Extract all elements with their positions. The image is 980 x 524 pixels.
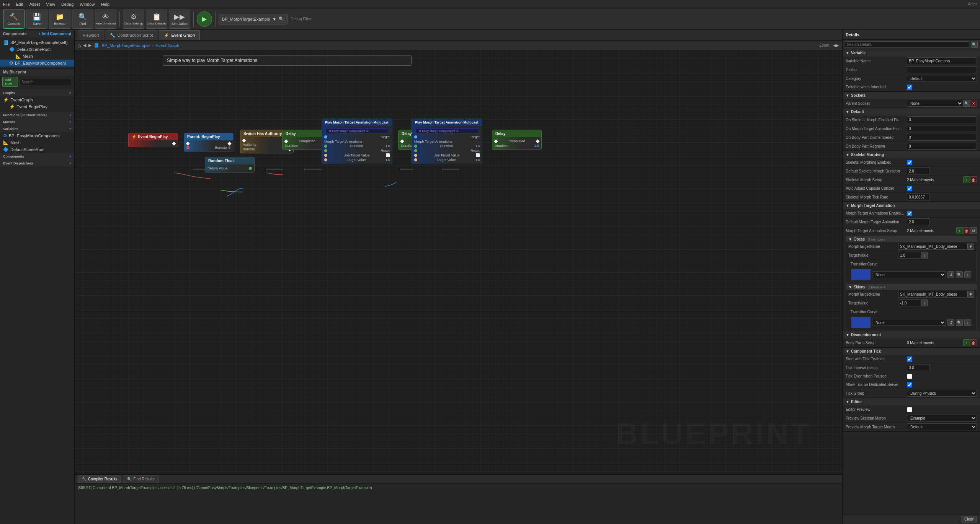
skinny-val-icon[interactable]: ↕ (921, 299, 928, 306)
menu-window[interactable]: Window (80, 2, 95, 7)
input-morph-anim-default[interactable] (907, 218, 930, 225)
tab-compiler-results[interactable]: 🔨 Compiler Results (78, 475, 121, 483)
input-variable-name[interactable] (907, 57, 977, 64)
dismemberment-header[interactable]: ▼ Dismemberment (843, 331, 980, 338)
tree-item-mesh[interactable]: 📐 Mesh (0, 53, 74, 60)
functions-add-btn[interactable]: + (69, 113, 71, 117)
obese-val-icon[interactable]: ↕ (921, 252, 928, 259)
node-random-float[interactable]: Random Float Return Value (205, 157, 255, 172)
zoom-controls[interactable]: ◀▶ (833, 43, 839, 47)
tree-item-morph-component[interactable]: ⚙ BP_EasyMorphComponent (0, 60, 74, 67)
var-mesh[interactable]: 📐 Mesh (0, 139, 74, 146)
body-parts-add[interactable]: + (963, 339, 970, 346)
variables-add-btn[interactable]: + (69, 127, 71, 131)
skinny-curve-search-btn[interactable]: 🔍 (956, 319, 963, 326)
obese-sub-header[interactable]: ▼ Obese 3 members (846, 236, 977, 242)
select-preview-morph[interactable]: Default (907, 423, 977, 430)
components-add-btn[interactable]: + Add Component (38, 32, 71, 36)
browse-button[interactable]: 📁 Browse (49, 10, 70, 29)
var-morph-component[interactable]: ⚙ BP_EasyMorphComponent (0, 132, 74, 139)
tree-item-scene-root[interactable]: 🔷 DefaultSceneRoot (0, 46, 74, 53)
node-parent-begin-play[interactable]: Parent: BeginPlay Remote ① (184, 133, 234, 152)
body-parts-del[interactable]: 🗑 (970, 339, 977, 346)
details-search-input[interactable] (845, 41, 969, 48)
skinny-sub-header[interactable]: ▼ Skinny 3 members (846, 284, 977, 290)
tree-item-self[interactable]: 📘 BP_MorphTargetExample(self) (0, 39, 74, 46)
var-scene-root[interactable]: 🔷 DefaultSceneRoot (0, 146, 74, 153)
save-button[interactable]: 💾 Save (26, 10, 47, 29)
select-parent-socket[interactable]: None (907, 100, 963, 107)
skeletal-morphing-header[interactable]: ▼ Skeletal Morphing (843, 151, 980, 158)
macros-add-btn[interactable]: + (69, 120, 71, 124)
event-dispatchers-header[interactable]: Event Dispatchers + (0, 160, 74, 167)
input-skinny-target-val[interactable] (898, 299, 921, 306)
skeletal-setup-add[interactable]: + (963, 176, 970, 183)
menu-help[interactable]: Help (101, 2, 109, 7)
play-button[interactable]: ▶ (197, 11, 212, 27)
breadcrumb-blueprint[interactable]: BP_MorphTargetExample (101, 43, 149, 48)
select-tick-group[interactable]: During Physics (907, 390, 977, 397)
debug-dropdown[interactable]: BP_MorphTargetExample ▼ 🔍 (219, 14, 287, 24)
hide-unrelated-button[interactable]: 👁 Hide Unrelated (95, 10, 116, 29)
tab-find-results[interactable]: 🔍 Find Results (123, 475, 159, 483)
tab-event-graph[interactable]: ⚡ Event Graph (159, 30, 200, 40)
input-tick-interval[interactable] (907, 364, 930, 371)
graphs-add-btn[interactable]: + (69, 91, 71, 95)
checkbox-skeletal-enabled[interactable] (907, 160, 912, 165)
select-skinny-curve[interactable]: None (872, 319, 946, 326)
my-blueprint-header[interactable]: My Blueprint (0, 68, 74, 76)
blueprint-canvas[interactable]: Simple way to play Morph Target Animatio… (75, 50, 842, 474)
graph-begin-play[interactable]: ⚡ Event BeginPlay (0, 103, 74, 110)
node-play-anim-1[interactable]: Play Morph Target Animation Multicast ⚙ … (322, 119, 392, 164)
tab-viewport[interactable]: Viewport (78, 30, 104, 40)
checkbox-editable[interactable] (907, 85, 912, 90)
components-section-header[interactable]: Components + (0, 153, 74, 160)
simulation-button[interactable]: ▶▶ Simulation (169, 10, 190, 29)
components-header[interactable]: Components + Add Component (0, 30, 74, 37)
event-dispatchers-add[interactable]: + (69, 161, 71, 165)
morph-anim-setup-del[interactable]: 🗑 (963, 227, 970, 234)
morph-anim-setup-add[interactable]: + (956, 227, 963, 234)
checkbox-editor-preview[interactable] (907, 407, 912, 412)
input-on-skeletal-morph[interactable] (907, 116, 977, 123)
checkbox-allow-tick-dedicated[interactable] (907, 382, 912, 387)
components-section-add[interactable]: + (69, 155, 71, 158)
functions-header[interactable]: Functions (30 Overridable) + (0, 112, 74, 119)
graphs-header[interactable]: Graphs + (0, 90, 74, 96)
home-btn[interactable]: ⌂ (78, 42, 81, 49)
skeletal-setup-del[interactable]: 🗑 (970, 176, 977, 183)
select-obese-curve[interactable]: None (872, 271, 946, 278)
variable-section-header[interactable]: ▼ Variable (843, 49, 980, 57)
graph-event[interactable]: ⚡ EventGraph (0, 96, 74, 103)
class-settings-button[interactable]: ⚙ Class Settings (123, 10, 144, 29)
socket-search-btn[interactable]: 🔍 (963, 100, 970, 107)
skinny-curve-reset-btn[interactable]: ↺ (947, 319, 954, 326)
tab-construction[interactable]: 🔧 Construction Script (105, 30, 158, 40)
input-obese-morph-name[interactable] (898, 243, 967, 250)
component-tick-header[interactable]: ▼ Component Tick (843, 348, 980, 355)
breadcrumb-graph[interactable]: Event Graph (155, 43, 179, 48)
compile-button[interactable]: 🔨 Compile (3, 10, 24, 29)
checkbox-start-with-tick[interactable] (907, 356, 912, 362)
checkbox-tick-paused[interactable] (907, 374, 912, 379)
select-category[interactable]: Default (907, 75, 977, 82)
class-defaults-button[interactable]: 📋 Class Defaults (146, 10, 167, 29)
input-tooltip[interactable] (907, 66, 977, 73)
node-play-anim-2[interactable]: Play Morph Target Animation Multicast ⚙ … (412, 119, 482, 164)
menu-asset[interactable]: Asset (29, 2, 40, 7)
input-on-body-part-regrown[interactable] (907, 143, 977, 150)
morph-anim-header[interactable]: ▼ Morph Target Animation (843, 202, 980, 209)
node-delay-4[interactable]: Delay Completed Duration 1.0 (492, 130, 542, 150)
default-section-header[interactable]: ▼ Default (843, 108, 980, 116)
input-tick-rate[interactable] (907, 194, 930, 200)
back-btn[interactable]: ◀ (83, 43, 86, 48)
input-on-morph-target-anim[interactable] (907, 125, 977, 132)
clear-button[interactable]: Clear (961, 516, 977, 522)
details-search-btn[interactable]: 🔍 (971, 41, 978, 48)
sockets-section-header[interactable]: ▼ Sockets (843, 92, 980, 99)
obese-morph-name-icon[interactable]: ▼ (967, 243, 974, 250)
morph-anim-setup-reset[interactable]: ↺ (970, 227, 977, 234)
menu-debug[interactable]: Debug (61, 2, 74, 7)
variables-header[interactable]: Variables + (0, 125, 74, 132)
checkbox-morph-anim-enabled[interactable] (907, 211, 912, 216)
